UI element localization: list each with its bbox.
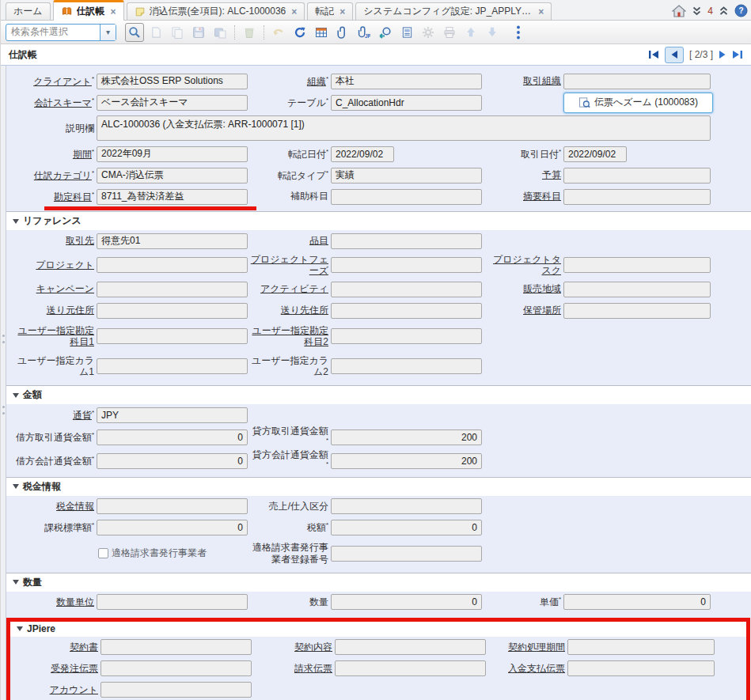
trx-date-field[interactable]: 2022/09/02 (563, 146, 627, 162)
amt-acct-cr-field[interactable]: 200 (331, 453, 482, 469)
first-record-button[interactable] (648, 50, 659, 59)
budget-field[interactable] (563, 168, 711, 184)
tab-sysconfig[interactable]: システムコンフィグ設定: JP_APPLY_PAYME... × (355, 2, 552, 20)
period-label[interactable]: 期間 (73, 149, 92, 160)
account-jp-field[interactable] (101, 682, 252, 698)
account-date-field[interactable]: 2022/09/02 (331, 146, 394, 162)
tab-journal[interactable]: 仕訳帳 × (53, 0, 124, 21)
contract-content-label[interactable]: 契約内容 (294, 641, 332, 653)
bpartner-label[interactable]: 取引先 (66, 235, 94, 246)
project-phase-label[interactable]: プロジェクトフェーズ (251, 254, 328, 276)
product-label[interactable]: 品目 (309, 235, 328, 246)
account-jp-label[interactable]: アカウント (50, 684, 98, 695)
tab-allocation[interactable]: 消込伝票(全項目): ALC-1000036 × (127, 2, 305, 20)
period-field[interactable]: 2022年09月 (97, 146, 248, 162)
invoice-doc-label[interactable]: 請求伝票 (294, 663, 332, 674)
order-doc-field[interactable] (101, 660, 252, 676)
account-field[interactable]: 8711_為替決済差益 (97, 189, 248, 205)
payment-doc-field[interactable] (567, 660, 715, 676)
search-button[interactable] (125, 23, 144, 42)
tax-field[interactable] (97, 498, 248, 514)
memo-account-label[interactable]: 摘要科目 (523, 191, 561, 202)
locator-label[interactable]: 保管場所 (523, 305, 561, 316)
org-label[interactable]: 組織 (307, 76, 326, 87)
activity-label[interactable]: アクティビティ (260, 283, 328, 294)
contract-content-field[interactable] (335, 639, 486, 655)
section-header-reference[interactable]: リファレンス (6, 211, 751, 230)
report-button[interactable] (397, 23, 416, 42)
toggle-grid-button[interactable] (312, 23, 331, 42)
user-element1-label[interactable]: ユーザー指定勘定科目1 (17, 325, 94, 347)
amt-source-dr-field[interactable]: 0 (97, 429, 248, 445)
location-to-label[interactable]: 送り先住所 (281, 305, 328, 316)
trx-org-field[interactable] (563, 74, 711, 89)
uom-label[interactable]: 数量単位 (56, 596, 94, 607)
close-icon[interactable]: × (339, 7, 345, 17)
description-field[interactable]: ALC-1000036 (入金支払伝票: ARR-1000071 [1]) (97, 115, 711, 141)
location-from-label[interactable]: 送り元住所 (47, 305, 94, 316)
qualified-invoice-issuer-checkbox[interactable] (98, 548, 108, 558)
activity-field[interactable] (331, 282, 482, 297)
collapse-all-button[interactable] (692, 6, 701, 16)
project-task-field[interactable] (563, 257, 711, 273)
user-column2-field[interactable] (331, 358, 482, 374)
section-header-quantity[interactable]: 数量 (6, 573, 751, 592)
user-element2-field[interactable] (331, 328, 482, 344)
sotrx-field[interactable] (331, 498, 482, 514)
section-header-amount[interactable]: 金額 (6, 385, 751, 404)
budget-label[interactable]: 予算 (542, 169, 561, 180)
currency-label[interactable]: 通貨 (73, 410, 92, 421)
order-doc-label[interactable]: 受発注伝票 (51, 663, 98, 674)
expand-all-button[interactable] (719, 6, 728, 16)
project-label[interactable]: プロジェクト (36, 259, 94, 271)
price-field[interactable]: 0 (563, 594, 711, 610)
location-from-field[interactable] (97, 303, 248, 319)
amt-source-cr-field[interactable]: 200 (331, 429, 482, 445)
close-icon[interactable]: × (291, 7, 297, 17)
contract-period-field[interactable] (567, 639, 715, 655)
tax-base-field[interactable]: 0 (97, 520, 248, 535)
sales-region-field[interactable] (563, 282, 711, 297)
campaign-field[interactable] (97, 282, 248, 297)
tax-amt-field[interactable]: 0 (331, 520, 482, 535)
user-column1-field[interactable] (97, 358, 248, 374)
project-task-label[interactable]: プロジェクトタスク (493, 254, 561, 276)
section-header-tax[interactable]: 税金情報 (6, 477, 751, 496)
last-record-button[interactable] (732, 50, 743, 59)
close-icon[interactable]: × (111, 7, 116, 17)
invoice-doc-field[interactable] (335, 660, 486, 676)
posting-type-field[interactable]: 実績 (331, 168, 482, 184)
zoom-across-button[interactable] (376, 23, 395, 42)
project-field[interactable] (97, 257, 248, 273)
tab-home[interactable]: ホーム (6, 2, 51, 20)
org-field[interactable]: 本社 (331, 74, 482, 89)
attachment-button[interactable] (333, 23, 352, 42)
gl-category-label[interactable]: 仕訳カテゴリ (34, 170, 92, 181)
issuer-registration-number-field[interactable] (331, 546, 482, 562)
locator-field[interactable] (563, 303, 711, 319)
account-label[interactable]: 勘定科目 (54, 191, 92, 202)
gl-category-field[interactable]: CMA-消込伝票 (97, 168, 248, 184)
qty-field[interactable]: 0 (331, 594, 482, 610)
tab-posting[interactable]: 転記 × (307, 2, 353, 20)
sub-account-field[interactable] (331, 189, 482, 205)
location-to-field[interactable] (331, 303, 482, 319)
contract-label[interactable]: 契約書 (70, 641, 98, 653)
refresh-button[interactable] (290, 23, 309, 42)
sales-region-label[interactable]: 販売地域 (523, 283, 561, 294)
section-header-jpiere[interactable]: JPiere (10, 622, 746, 637)
user-element2-label[interactable]: ユーザー指定勘定科目2 (252, 325, 328, 347)
contract-period-label[interactable]: 契約処理期間 (508, 641, 565, 653)
close-icon[interactable]: × (538, 7, 544, 17)
more-button[interactable] (509, 23, 528, 42)
chevron-down-icon[interactable]: ▾ (100, 25, 116, 40)
search-criteria-combobox[interactable]: 検索条件選択 ▾ (6, 24, 116, 41)
payment-doc-label[interactable]: 入金支払伝票 (508, 663, 565, 674)
tax-label[interactable]: 税金情報 (56, 501, 94, 512)
client-label[interactable]: クライアント (33, 76, 92, 87)
contract-field[interactable] (101, 639, 252, 655)
acct-schema-label[interactable]: 会計スキーマ (34, 97, 92, 108)
memo-account-field[interactable] (563, 189, 711, 205)
zoom-document-button[interactable]: 伝票へズーム (1000083) (563, 93, 713, 113)
bpartner-field[interactable]: 得意先01 (97, 233, 248, 249)
